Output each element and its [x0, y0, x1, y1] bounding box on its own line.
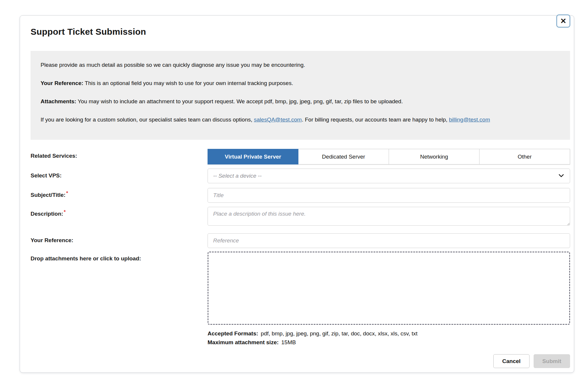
- intro-attachments-text: You may wish to include an attachment to…: [76, 98, 403, 104]
- select-vps-row: Select VPS: -- Select a device --: [31, 169, 570, 183]
- description-row: Description:*: [31, 207, 570, 227]
- billing-email-link[interactable]: billing@test.com: [449, 117, 490, 123]
- intro-reference-lead: Your Reference:: [41, 80, 83, 86]
- related-services-label: Related Services:: [31, 149, 208, 164]
- attachments-row: Drop attachments here or click to upload…: [31, 252, 570, 347]
- subject-row: Subject/Title:*: [31, 188, 570, 203]
- max-size-line: Maximum attachment size:15MB: [208, 338, 570, 347]
- reference-label: Your Reference:: [31, 233, 208, 248]
- attachments-label: Drop attachments here or click to upload…: [31, 252, 208, 347]
- accepted-formats-value: pdf, bmp, jpg, jpeg, png, gif, zip, tar,…: [261, 330, 417, 337]
- ticket-form: Related Services: Virtual Private Server…: [31, 149, 569, 347]
- close-icon: ✕: [560, 17, 567, 25]
- intro-paragraph-detail: Please provide as much detail as possibl…: [41, 61, 560, 68]
- service-tab-virtual-private-server[interactable]: Virtual Private Server: [208, 149, 298, 164]
- service-tab-other[interactable]: Other: [479, 149, 570, 164]
- description-label-text: Description:: [31, 211, 63, 217]
- vps-select-placeholder: -- Select a device --: [213, 173, 262, 179]
- intro-contacts-text-2: . For billing requests, our accounts tea…: [302, 117, 449, 123]
- max-size-value: 15MB: [281, 339, 296, 345]
- support-ticket-modal: Support Ticket Submission ✕ Please provi…: [20, 15, 574, 373]
- close-button[interactable]: ✕: [556, 14, 570, 28]
- description-label: Description:*: [31, 207, 208, 227]
- subject-input[interactable]: [208, 188, 570, 203]
- service-tab-dedicated-server[interactable]: Dedicated Server: [298, 149, 389, 164]
- intro-reference-text: This is an optional field you may wish t…: [83, 80, 293, 86]
- reference-row: Your Reference:: [31, 233, 570, 248]
- description-textarea[interactable]: [208, 207, 570, 226]
- max-size-label: Maximum attachment size:: [208, 339, 279, 345]
- intro-paragraph-contacts: If you are looking for a custom solution…: [41, 116, 560, 123]
- related-services-row: Related Services: Virtual Private Server…: [31, 149, 570, 164]
- sales-email-link[interactable]: salesQA@test.com: [254, 117, 302, 123]
- attachment-dropzone[interactable]: [208, 252, 570, 325]
- related-services-segmented-control: Virtual Private Server Dedicated Server …: [208, 149, 570, 164]
- submit-button[interactable]: Submit: [534, 354, 570, 368]
- required-asterisk: *: [66, 190, 68, 196]
- subject-label: Subject/Title:*: [31, 188, 208, 203]
- intro-attachments-lead: Attachments:: [41, 98, 76, 104]
- subject-label-text: Subject/Title:: [31, 192, 66, 198]
- accepted-formats-line: Accepted Formats:pdf, bmp, jpg, jpeg, pn…: [208, 329, 570, 338]
- cancel-button[interactable]: Cancel: [493, 354, 529, 368]
- intro-paragraph-reference: Your Reference: This is an optional fiel…: [41, 80, 560, 86]
- vps-select[interactable]: -- Select a device --: [208, 169, 570, 183]
- service-tab-networking[interactable]: Networking: [389, 149, 480, 164]
- select-vps-label: Select VPS:: [31, 169, 208, 183]
- intro-paragraph-attachments: Attachments: You may wish to include an …: [41, 98, 560, 105]
- modal-footer: Cancel Submit: [31, 354, 570, 368]
- attachment-rules: Accepted Formats:pdf, bmp, jpg, jpeg, pn…: [208, 329, 570, 347]
- reference-input[interactable]: [208, 233, 570, 248]
- chevron-down-icon: [559, 173, 564, 179]
- intro-contacts-text-1: If you are looking for a custom solution…: [41, 117, 254, 123]
- intro-panel: Please provide as much detail as possibl…: [31, 51, 570, 140]
- required-asterisk: *: [64, 209, 66, 215]
- modal-header: Support Ticket Submission ✕: [31, 16, 569, 37]
- page-title: Support Ticket Submission: [31, 27, 569, 37]
- accepted-formats-label: Accepted Formats:: [208, 330, 258, 337]
